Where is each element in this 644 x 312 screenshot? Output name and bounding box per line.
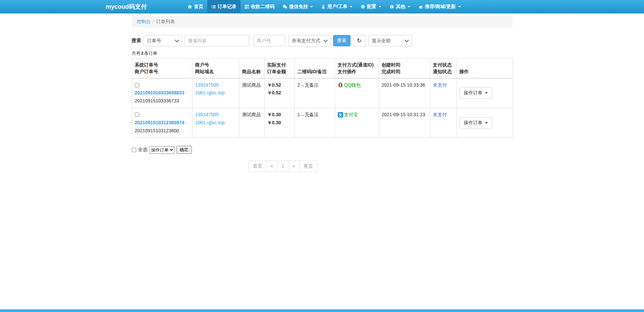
nav-item-label: 用户/工单 xyxy=(327,4,347,10)
pay-status-link[interactable]: 未支付 xyxy=(433,82,447,88)
order-action-button[interactable]: 操作订单 xyxy=(460,117,492,129)
page-prev[interactable]: « xyxy=(266,161,278,172)
display-filter-select-wrap: 显示全部 xyxy=(368,35,412,46)
list-icon xyxy=(211,4,216,9)
product-name: 测试商品 xyxy=(242,82,261,88)
footer-bar xyxy=(0,309,644,312)
nav-item-home[interactable]: 首页 xyxy=(183,0,207,13)
pay-method-link[interactable]: QQ钱包 xyxy=(344,81,361,89)
created-time: 2021-09-15 10:33:36 xyxy=(382,81,427,89)
nav-item-others[interactable]: 其他 xyxy=(385,0,414,13)
nav-item-recommend[interactable]: 推荐/商城/更新 xyxy=(414,0,465,13)
product-name: 测试商品 xyxy=(242,112,261,117)
merchant-id-input[interactable] xyxy=(253,35,285,46)
brand-logo[interactable]: mycoud码支付 xyxy=(106,0,147,13)
user-icon xyxy=(321,4,326,9)
search-toolbar: 搜索 订单号 所有支付方式 搜索 ↻ 显示全部 xyxy=(132,35,513,46)
nav-item-order-records[interactable]: 订单记录 xyxy=(207,0,240,13)
payment-method-select-wrap: 所有支付方式 xyxy=(288,35,331,46)
breadcrumb: 控制台/订单列表 xyxy=(132,16,513,28)
order-action-button[interactable]: 操作订单 xyxy=(460,87,492,99)
site-domain-link[interactable]: 1061.rglxc.top xyxy=(195,120,225,125)
merchant-order-no: 20210915103336733 xyxy=(135,97,190,105)
col-header-merchant: 商户号网站域名 xyxy=(192,59,239,78)
col-header-action: 操作 xyxy=(457,59,513,78)
nav-item-wechat[interactable]: 微信免挂 xyxy=(278,0,317,13)
payment-method-select[interactable]: 所有支付方式 xyxy=(288,35,331,46)
merchant-id-link[interactable]: 139147505 xyxy=(195,82,219,88)
row-checkbox[interactable] xyxy=(135,113,139,117)
nav-item-label: 微信免挂 xyxy=(289,4,308,10)
table-header-row: 系统订单号商户订单号 商户号网站域名 商品名称 实际支付订单金额 二维码ID/备… xyxy=(132,59,513,78)
refresh-button[interactable]: ↻ xyxy=(353,35,366,46)
nav-item-label: 配置 xyxy=(367,4,376,10)
confirm-button[interactable]: 确定 xyxy=(176,146,192,154)
search-button[interactable]: 搜索 xyxy=(333,35,351,46)
qr-note: 2→无备注 xyxy=(298,82,319,88)
page-next[interactable]: » xyxy=(288,161,300,172)
order-amount: ￥0.30 xyxy=(267,119,292,127)
table-row: 2021091510333658833 20210915103336733 13… xyxy=(132,78,513,108)
system-order-link[interactable]: 2021091510333658833 xyxy=(135,90,184,95)
nav-item-qrcode[interactable]: 收款二维码 xyxy=(240,0,278,13)
home-icon xyxy=(187,4,192,9)
chevron-down-icon xyxy=(350,6,353,7)
nav-item-label: 其他 xyxy=(396,4,405,10)
select-all-checkbox[interactable] xyxy=(132,148,136,152)
breadcrumb-home-link[interactable]: 控制台 xyxy=(137,19,151,24)
site-domain-link[interactable]: 1061.rglxc.top xyxy=(195,90,225,95)
nav-item-label: 推荐/商城/更新 xyxy=(425,4,456,10)
order-count-summary: 共有2条订单 xyxy=(132,50,513,56)
nav-item-label: 收款二维码 xyxy=(251,4,274,10)
pagination: 首页 « 1 » 尾页 xyxy=(249,161,317,172)
merchant-id-link[interactable]: 139147505 xyxy=(195,112,219,117)
pay-status-link[interactable]: 未支付 xyxy=(433,112,447,117)
alipay-icon: 支 xyxy=(338,112,343,118)
cloud-icon xyxy=(418,4,423,9)
nav-item-users[interactable]: 用户/工单 xyxy=(317,0,357,13)
qrcode-icon xyxy=(245,4,249,9)
gear-icon xyxy=(361,4,365,9)
qq-wallet-icon xyxy=(338,82,343,88)
select-all-label: 全选 xyxy=(138,147,148,153)
paid-amount: ￥0.52 xyxy=(267,81,292,89)
chevron-down-icon xyxy=(458,6,461,7)
order-count: 2 xyxy=(141,51,144,56)
search-type-select[interactable]: 订单号 xyxy=(144,35,182,46)
col-header-status: 支付状态通知状态 xyxy=(430,59,457,78)
order-amount: ￥0.52 xyxy=(267,89,292,97)
row-checkbox[interactable] xyxy=(135,83,139,87)
refresh-icon: ↻ xyxy=(357,37,362,44)
chevron-down-icon xyxy=(310,6,313,7)
col-header-amount: 实际支付订单金额 xyxy=(264,59,294,78)
nav-item-config[interactable]: 配置 xyxy=(357,0,385,13)
col-header-product: 商品名称 xyxy=(239,59,264,78)
col-header-time: 创建时间完成时间 xyxy=(379,59,430,78)
chevron-down-icon xyxy=(408,6,410,7)
cube-icon xyxy=(389,4,394,9)
page-first[interactable]: 首页 xyxy=(249,161,267,172)
col-header-qr-note: 二维码ID/备注 xyxy=(294,59,335,78)
search-label: 搜索 xyxy=(132,38,141,44)
table-row: 2021091510312360974 20210915103123800 13… xyxy=(132,108,513,137)
top-navbar: mycoud码支付 首页 订单记录 收款二维码 微信免挂 用户/工单 配置 xyxy=(0,0,644,13)
chevron-down-icon xyxy=(379,6,381,7)
nav-item-label: 首页 xyxy=(194,4,203,10)
system-order-link[interactable]: 2021091510312360974 xyxy=(135,120,184,125)
display-filter-select[interactable]: 显示全部 xyxy=(368,35,412,46)
bulk-action-select[interactable]: 操作订单 xyxy=(150,146,174,154)
orders-table: 系统订单号商户订单号 商户号网站域名 商品名称 实际支付订单金额 二维码ID/备… xyxy=(132,58,513,138)
search-type-select-wrap: 订单号 xyxy=(144,35,182,46)
breadcrumb-separator: / xyxy=(153,19,154,24)
nav-menu: 首页 订单记录 收款二维码 微信免挂 用户/工单 配置 其他 xyxy=(183,0,465,13)
pagination-wrap: 首页 « 1 » 尾页 xyxy=(132,161,513,172)
search-content-input[interactable] xyxy=(184,35,249,46)
pay-method-link[interactable]: 支付宝 xyxy=(344,111,358,119)
nav-item-label: 订单记录 xyxy=(218,4,236,10)
page-last[interactable]: 尾页 xyxy=(299,161,317,172)
created-time: 2021-09-15 10:31:23 xyxy=(382,111,427,119)
page-number[interactable]: 1 xyxy=(277,161,288,172)
wechat-icon xyxy=(282,4,287,9)
chevron-down-icon xyxy=(485,122,488,124)
paid-amount: ￥0.30 xyxy=(267,111,292,119)
